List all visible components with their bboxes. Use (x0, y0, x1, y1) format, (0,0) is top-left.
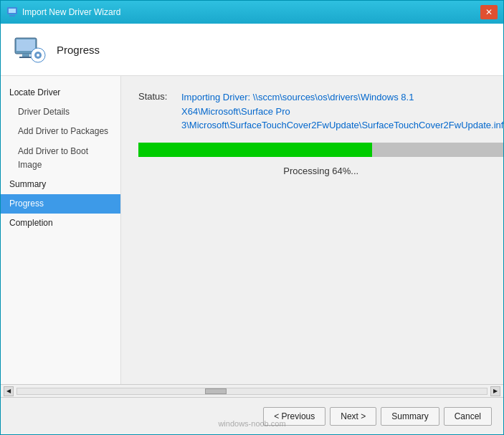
sidebar-item-completion[interactable]: Completion (1, 214, 120, 233)
sidebar-item-driver-details[interactable]: Driver Details (1, 102, 120, 122)
svg-rect-5 (22, 54, 29, 57)
close-button[interactable]: ✕ (480, 5, 498, 19)
sidebar-item-locate-driver[interactable]: Locate Driver (1, 83, 120, 102)
sidebar-item-progress[interactable]: Progress (1, 194, 120, 214)
scroll-thumb[interactable] (205, 388, 227, 394)
content-area: Progress Locate Driver Driver Details Ad… (1, 24, 503, 434)
status-label: Status: (138, 90, 181, 102)
progress-bar-container (138, 143, 503, 157)
svg-point-9 (37, 54, 39, 57)
window-title: Import New Driver Wizard (22, 7, 120, 17)
titlebar-icon (6, 6, 18, 18)
previous-button[interactable]: < Previous (263, 407, 325, 426)
header-section: Progress (1, 24, 503, 76)
sidebar: Locate Driver Driver Details Add Driver … (1, 76, 121, 384)
wizard-window: Import New Driver Wizard ✕ (0, 0, 504, 435)
status-path: Importing Driver: \\sccm\sources\os\driv… (181, 90, 503, 133)
main-content: Status: Importing Driver: \\sccm\sources… (121, 76, 503, 384)
next-button[interactable]: Next > (330, 407, 376, 426)
processing-text: Processing 64%... (138, 166, 503, 176)
cancel-button[interactable]: Cancel (444, 407, 492, 426)
scroll-right-arrow[interactable]: ▶ (490, 386, 500, 396)
status-row: Status: Importing Driver: \\sccm\sources… (138, 90, 503, 133)
main-body: Locate Driver Driver Details Add Driver … (1, 76, 503, 384)
scroll-left-arrow[interactable]: ◀ (4, 386, 14, 396)
sidebar-item-add-to-packages[interactable]: Add Driver to Packages (1, 122, 120, 141)
footer-bar: < Previous Next > Summary Cancel (1, 397, 503, 434)
svg-rect-2 (9, 15, 15, 16)
progress-bar-fill (138, 143, 372, 157)
svg-rect-6 (19, 57, 32, 58)
sidebar-item-summary[interactable]: Summary (1, 175, 120, 194)
svg-rect-4 (16, 39, 35, 51)
summary-button[interactable]: Summary (381, 407, 439, 426)
titlebar-left: Import New Driver Wizard (6, 6, 120, 18)
wizard-icon (12, 32, 47, 67)
titlebar: Import New Driver Wizard ✕ (1, 1, 503, 24)
horizontal-scrollbar[interactable]: ◀ ▶ (1, 384, 503, 397)
window: Import New Driver Wizard ✕ (0, 0, 504, 435)
scroll-track[interactable] (16, 388, 488, 395)
sidebar-item-add-to-boot-image[interactable]: Add Driver to Boot Image (1, 142, 120, 175)
header-title: Progress (57, 44, 100, 56)
svg-rect-1 (9, 9, 16, 13)
